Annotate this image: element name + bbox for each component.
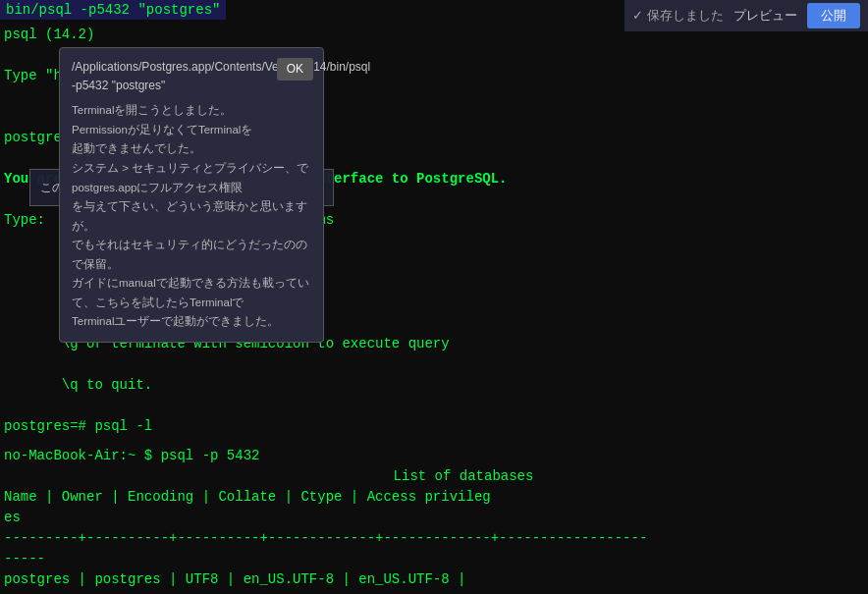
dialog-line-2: Permissionが足りなくてTerminalを bbox=[72, 121, 311, 140]
dialog-ok-button[interactable]: OK bbox=[277, 58, 313, 81]
terminal-bottom: no-MacBook-Air:~ $ psql -p 5432 List of … bbox=[0, 442, 868, 594]
dialog-line-5: を与えて下さい、どういう意味かと思いますが。 bbox=[72, 197, 311, 236]
bottom-line-3: Name | Owner | Encoding | Collate | Ctyp… bbox=[4, 487, 864, 508]
terminal-line-10: \q to quit. bbox=[4, 375, 864, 396]
bottom-line-6: ----- bbox=[4, 549, 864, 569]
dialog-line-4: システム > セキュリティとプライバシー、でpostgres.appにフルアクセ… bbox=[72, 159, 311, 197]
publish-button[interactable]: 公開 bbox=[807, 3, 860, 28]
saved-status: ✓ 保存しました bbox=[632, 7, 724, 25]
command-bar: bin/psql -p5432 "postgres" bbox=[0, 0, 226, 20]
preview-button[interactable]: プレビュー bbox=[733, 7, 797, 25]
top-overlay-bar: ✓ 保存しました プレビュー 公開 bbox=[624, 0, 868, 31]
bottom-line-2: List of databases bbox=[63, 466, 864, 487]
dialog-line-6: でもそれはセキュリティ的にどうだったのので保留。 bbox=[72, 236, 311, 274]
command-bar-text: bin/psql -p5432 "postgres" bbox=[6, 2, 220, 18]
dialog-line-1: Terminalを開こうとしました。 bbox=[72, 101, 311, 121]
bottom-line-7: postgres | postgres | UTF8 | en_US.UTF-8… bbox=[4, 569, 864, 590]
dialog-line-7: ガイドにmanualで起動できる方法も載っていて、こちらを試したらTermina… bbox=[72, 274, 311, 312]
dialog-line-8: Terminalユーザーで起動ができました。 bbox=[72, 312, 311, 332]
bottom-line-4: es bbox=[4, 508, 864, 528]
bottom-line-5: ---------+----------+----------+--------… bbox=[4, 528, 864, 549]
dialog-box: /Applications/Postgres.app/Contents/Vers… bbox=[59, 47, 324, 343]
dialog-title: /Applications/Postgres.app/Contents/Vers… bbox=[72, 58, 311, 95]
bottom-line-1: no-MacBook-Air:~ $ psql -p 5432 bbox=[4, 446, 864, 466]
dialog-line-3: 起動できませんでした。 bbox=[72, 139, 311, 159]
terminal-line-11: postgres=# psql -l bbox=[4, 416, 864, 437]
